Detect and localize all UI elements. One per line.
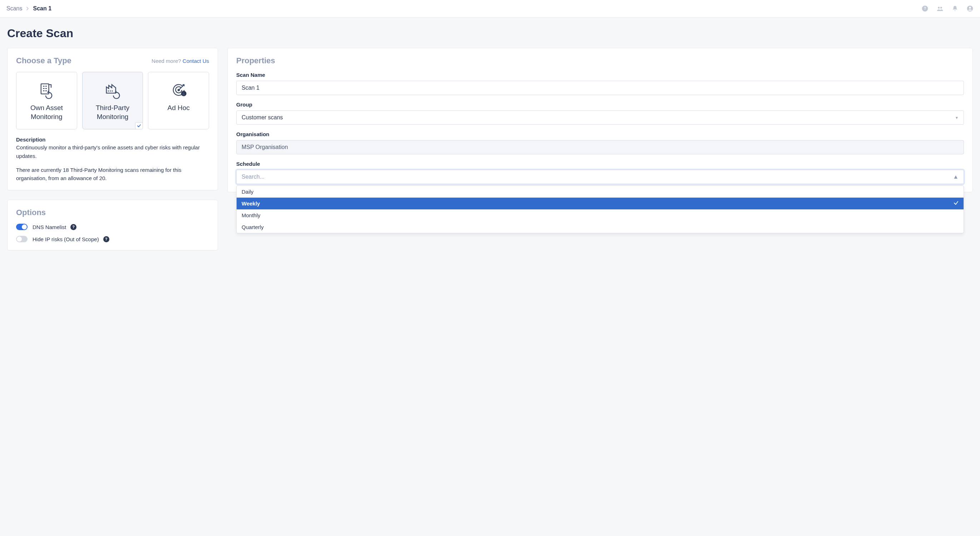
breadcrumb-current: Scan 1 (33, 5, 51, 12)
option-label: Hide IP risks (Out of Scope) (32, 236, 99, 242)
check-icon (135, 122, 143, 129)
type-card-ad-hoc[interactable]: 1 Ad Hoc (148, 72, 209, 129)
schedule-dropdown: Daily Weekly Monthly Quarterly (236, 186, 964, 233)
contact-us-link[interactable]: Contact Us (183, 58, 209, 64)
svg-text:1: 1 (183, 92, 185, 96)
remaining-text: There are currently 18 Third-Party Monit… (16, 166, 209, 183)
description-label: Description (16, 137, 209, 143)
svg-point-3 (940, 7, 942, 9)
check-icon (953, 200, 959, 207)
topbar: Scans Scan 1 ? (0, 0, 980, 17)
scan-name-input[interactable] (236, 81, 964, 95)
properties-card: Properties Scan Name Group Customer scan… (227, 48, 973, 192)
type-card-own-asset[interactable]: Own Asset Monitoring (16, 72, 77, 129)
chevron-right-icon (26, 6, 29, 11)
building-icon (20, 80, 73, 100)
organisation-label: Organisation (236, 131, 964, 137)
target-icon: 1 (152, 80, 205, 100)
type-card-label: Third-Party Monitoring (86, 103, 139, 121)
choose-type-card: Choose a Type Need more? Contact Us (7, 48, 218, 191)
avatar-icon[interactable] (966, 5, 974, 12)
svg-point-5 (969, 7, 971, 9)
team-icon[interactable] (936, 5, 943, 12)
schedule-option-monthly[interactable]: Monthly (237, 209, 964, 221)
svg-text:?: ? (924, 6, 926, 10)
scan-name-label: Scan Name (236, 72, 964, 78)
description-text: Continuously monitor a third-party's onl… (16, 143, 209, 160)
caret-down-icon: ▼ (955, 116, 959, 120)
topbar-icons: ? (921, 5, 974, 12)
type-card-label: Ad Hoc (152, 103, 205, 113)
type-card-label: Own Asset Monitoring (20, 103, 73, 121)
help-dot-icon[interactable]: ? (103, 236, 109, 242)
schedule-combobox[interactable]: ▲ (236, 170, 964, 184)
caret-up-icon: ▲ (953, 174, 959, 180)
help-dot-icon[interactable]: ? (70, 224, 76, 230)
help-icon[interactable]: ? (921, 5, 929, 12)
factory-icon (86, 80, 139, 100)
schedule-option-weekly[interactable]: Weekly (237, 197, 964, 209)
breadcrumb: Scans Scan 1 (6, 5, 51, 12)
need-more-text: Need more? Contact Us (151, 58, 209, 64)
group-label: Group (236, 102, 964, 108)
type-card-third-party[interactable]: Third-Party Monitoring (82, 72, 143, 129)
bell-icon[interactable] (951, 5, 959, 12)
properties-heading: Properties (236, 56, 275, 65)
option-row-dns-namelist: DNS Namelist ? (16, 224, 209, 230)
organisation-input (236, 140, 964, 154)
schedule-option-quarterly[interactable]: Quarterly (237, 221, 964, 233)
group-value: Customer scans (242, 115, 283, 121)
option-label: DNS Namelist (32, 224, 66, 230)
schedule-search-input[interactable] (242, 174, 953, 180)
option-row-hide-ip-risks: Hide IP risks (Out of Scope) ? (16, 236, 209, 242)
group-select[interactable]: Customer scans ▼ (236, 110, 964, 125)
choose-type-heading: Choose a Type (16, 56, 72, 65)
options-heading: Options (16, 208, 46, 217)
schedule-option-daily[interactable]: Daily (237, 186, 964, 197)
page-title: Create Scan (7, 27, 973, 40)
svg-point-2 (938, 7, 940, 9)
options-card: Options DNS Namelist ? Hide IP risks (Ou… (7, 200, 218, 250)
schedule-label: Schedule (236, 161, 964, 167)
toggle-dns-namelist[interactable] (16, 224, 27, 230)
breadcrumb-parent[interactable]: Scans (6, 5, 22, 12)
toggle-hide-ip-risks[interactable] (16, 236, 27, 242)
type-cards: Own Asset Monitoring Third-Party Monitor… (16, 72, 209, 129)
